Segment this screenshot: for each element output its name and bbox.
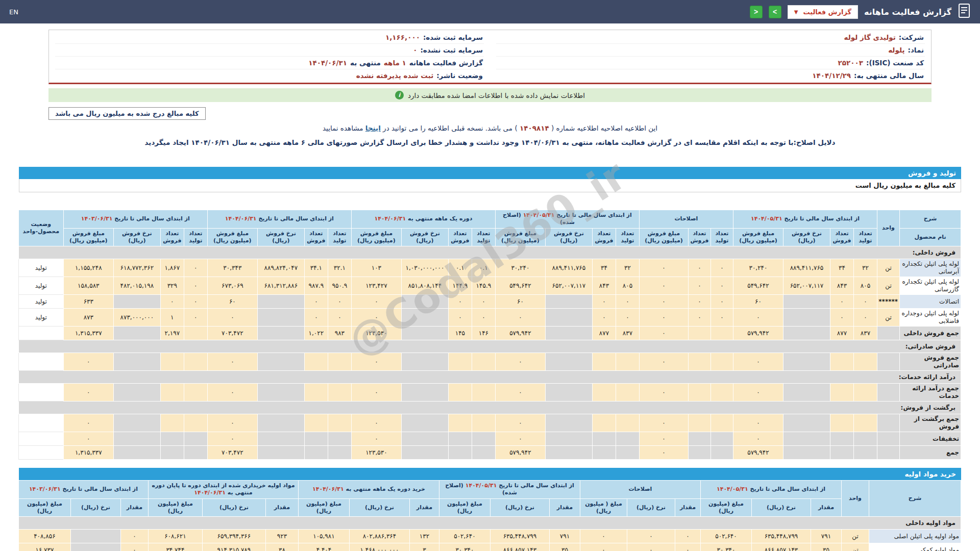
value-cell: ۹۸۷.۹ (304, 277, 328, 295)
table-row: تخفیفات۰۰۰۰۰۰ (18, 432, 961, 446)
table-row: مواد اولیه پلی اتیلن اصلیتن۷۹۱۶۳۵,۴۴۸,۷۹… (18, 530, 961, 543)
value-cell: ۰ (627, 543, 675, 551)
previous-report-button[interactable]: < (750, 6, 763, 18)
column-header: نرخ فروش (ریال) (545, 228, 592, 246)
value-cell (616, 384, 639, 402)
value-cell (830, 384, 854, 402)
column-header: نرخ (ریال) (752, 498, 811, 517)
value-cell: ۱۰۵,۹۸۱ (298, 530, 349, 543)
column-header: مبلغ فروش (میلیون ریال) (733, 228, 783, 246)
column-group-header: شرح (900, 210, 961, 229)
amendment-text: ۱۴۰۹۸۱۴ (520, 124, 549, 132)
value-cell: ۱۲۳,۴۲۷ (351, 277, 401, 295)
info-label: گزارش فعالیت ماهانه (409, 59, 483, 67)
value-cell: ۰ (448, 295, 472, 309)
company-info-panel: شرکت:تولیدی گاز لولهنماد:پلولهکد صنعت (I… (48, 30, 932, 84)
value-cell (710, 446, 733, 460)
column-header: تعداد تولید (328, 228, 351, 246)
value-cell: ۰ (304, 309, 328, 327)
value-cell: ۰ (639, 353, 688, 371)
value-cell: ۹۲۳ (265, 530, 298, 543)
row-label: اتصالات (900, 295, 961, 309)
value-cell: ۵۷۹,۹۴۲ (495, 327, 545, 340)
company-info-left-column: سرمایه ثبت شده:۱,۱۶۶,۰۰۰سرمایه ثبت نشده:… (49, 30, 490, 83)
value-cell: ۱,۰۲۲ (304, 327, 328, 340)
value-cell: ۶۵۲,۰۰۷,۱۱۷ (783, 277, 830, 295)
value-cell: ۶۰ (733, 295, 783, 309)
table-row: جمع فروش صادراتی۰۰۰۰۰۰ (18, 353, 961, 371)
column-group-header: دوره یک ماهه منتهی به ۱۴۰۴/۰۶/۳۱ (351, 210, 495, 229)
column-header: مقدار (120, 498, 148, 517)
value-cell: ۰ (639, 295, 688, 309)
info-value: ۲۵۲۰۰۳ (838, 59, 863, 67)
value-cell: ۶۳۳ (63, 295, 113, 309)
company-info-row: سرمایه ثبت نشده:۰ (55, 44, 484, 57)
value-cell (472, 432, 495, 446)
column-group-header: اصلاحات (639, 210, 733, 229)
value-cell: ۰ (688, 295, 710, 309)
value-cell (854, 384, 877, 402)
value-cell: ۸۷۳ (63, 309, 113, 327)
value-cell: ۱۶,۷۳۷ (18, 543, 70, 551)
value-cell: ۱,۸۶۷ (160, 259, 184, 277)
value-cell (184, 327, 207, 340)
value-cell: ۰ (854, 295, 877, 309)
value-cell: ۰ (351, 432, 401, 446)
value-cell: ۷۰۳,۴۷۲ (207, 446, 257, 460)
column-header: نرخ فروش (ریال) (257, 228, 304, 246)
info-value: ۱۴۰۴/۰۶/۳۱ (308, 59, 347, 67)
value-cell: ۶۷۳,۰۶۹ (207, 277, 257, 295)
section-row: مواد اولیه داخلی (18, 517, 961, 530)
status-cell: تولید (18, 309, 63, 327)
value-cell: ۰ (351, 309, 401, 327)
column-header: مبلغ ( میلیون ریال) (580, 498, 627, 517)
value-cell: ۰ (495, 414, 545, 432)
value-cell: ۰ (63, 414, 113, 432)
value-cell: ۰ (351, 353, 401, 371)
value-cell: ۳۴,۷۴۴ (148, 543, 202, 551)
column-header: تعداد تولید (616, 228, 639, 246)
value-cell: ۰ (688, 259, 710, 277)
amendment-reason-line: دلایل اصلاح:با توجه به اینکه اقلام مقایس… (31, 138, 949, 146)
value-cell: ۰.۱ (448, 259, 472, 277)
value-cell: ۰ (63, 384, 113, 402)
company-info-row: سرمایه ثبت شده:۱,۱۶۶,۰۰۰ (55, 31, 484, 44)
value-cell: ۳۵ (549, 543, 580, 551)
section-row-label: درآمد ارائه خدمات: (18, 371, 961, 384)
value-cell (304, 446, 328, 460)
info-value: ۱,۱۶۶,۰۰۰ (385, 33, 420, 41)
value-cell (401, 414, 448, 432)
value-cell (184, 414, 207, 432)
company-info-right-column: شرکت:تولیدی گاز لولهنماد:پلولهکد صنعت (I… (490, 30, 931, 83)
next-report-button[interactable]: > (769, 6, 781, 18)
value-cell (304, 414, 328, 432)
value-cell (688, 327, 710, 340)
value-cell: ۰ (830, 295, 854, 309)
column-header: مبلغ (میلیون ریال) (18, 498, 70, 517)
value-cell (113, 327, 160, 340)
company-info-row: سال مالی منتهی به:۱۴۰۴/۱۲/۲۹ (496, 69, 925, 82)
table-row: جمع برگشت از فروش۰۰۰۰۰۰ (18, 414, 961, 432)
value-cell: ۸۸۹,۴۱۱,۷۶۵ (783, 259, 830, 277)
column-group-header: خرید دوره یک ماهه منتهی به ۱۴۰۴/۰۶/۳۱ (298, 481, 439, 499)
info-label: سرمایه ثبت نشده: (420, 46, 483, 54)
value-cell: ۸۰۵ (854, 277, 877, 295)
language-toggle-link[interactable]: EN (9, 8, 18, 16)
column-group-header: اصلاحات (580, 481, 700, 499)
report-type-dropdown[interactable]: گزارش فعالیت ▼ (788, 5, 858, 19)
value-cell (448, 414, 472, 432)
column-group-header: از ابتدای سال مالی تا تاریخ ۱۴۰۴/۰۶/۳۱ (207, 210, 351, 229)
value-cell: ۱ (160, 309, 184, 327)
value-cell: ۳۵ (811, 543, 842, 551)
value-cell: ۰ (63, 432, 113, 446)
value-cell: ۰ (710, 295, 733, 309)
units-note: کلیه مبالغ درج شده به میلیون ریال می باش… (48, 107, 206, 120)
value-cell (401, 295, 448, 309)
value-cell: ۰ (830, 309, 854, 327)
value-cell: ۰ (495, 353, 545, 371)
company-info-row: کد صنعت (ISIC):۲۵۲۰۰۳ (496, 57, 925, 69)
previous-version-link[interactable]: اینجا (365, 124, 381, 132)
value-cell: ۰ (710, 277, 733, 295)
value-cell (710, 353, 733, 371)
value-cell (448, 353, 472, 371)
